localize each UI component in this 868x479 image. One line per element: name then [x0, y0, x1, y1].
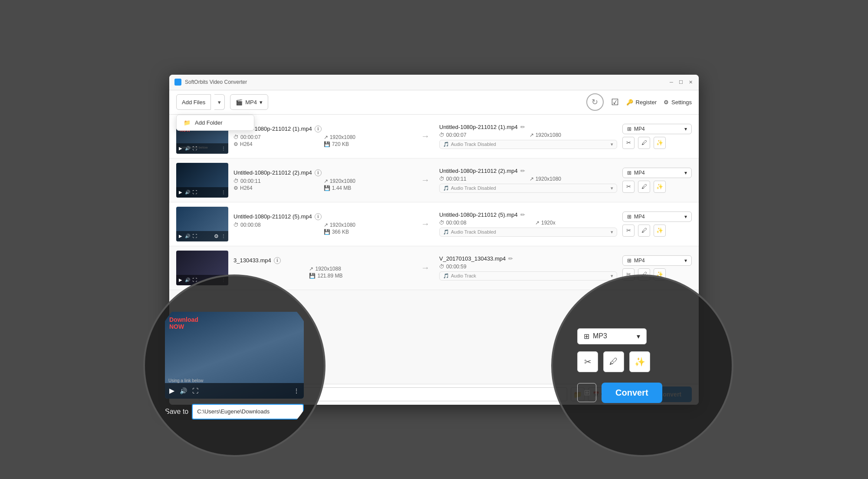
wand-button[interactable]: ✨ [654, 137, 666, 149]
edit-icon[interactable]: ✏ [520, 211, 525, 218]
register-button[interactable]: 🔑 Register [626, 99, 657, 106]
codec-icon: ⚙ [233, 185, 238, 191]
magnified-grid-button[interactable]: ⊞ [577, 383, 596, 402]
format-select-button[interactable]: 🎬 MP4 ▾ [230, 94, 268, 110]
play-icon[interactable]: ▶ [179, 234, 182, 238]
magnified-convert-button[interactable]: Convert [602, 383, 662, 403]
magnified-save-row: Save to [165, 404, 304, 420]
audio-track-select[interactable]: 🎵 Audio Track Disabled ▾ [439, 184, 617, 193]
clock-icon: ⏱ [233, 222, 239, 228]
file-source: Untitled-1080p-211012 (5).mp4 ℹ ⏱00:00:0… [228, 213, 417, 235]
clock-icon: ⏱ [233, 134, 239, 140]
magnified-circle-left: DownloadNOW Using a link below ▶ 🔊 ⛶ ⋮ S… [143, 274, 326, 457]
info-icon[interactable]: ℹ [315, 213, 322, 220]
resolution-icon: ↗ [309, 266, 313, 272]
size-icon: 💾 [324, 185, 330, 191]
audio-icon: 🎵 [443, 185, 449, 191]
info-icon[interactable]: ℹ [315, 126, 322, 132]
add-folder-item[interactable]: 📁 Add Folder [177, 115, 254, 130]
cut-button[interactable]: ✂ [622, 181, 635, 193]
cut-button[interactable]: ✂ [622, 137, 635, 149]
output-format-select[interactable]: ⊞ MP4 ▾ [622, 168, 692, 178]
format-icon: 🎬 [236, 99, 243, 106]
fullscreen-icon: ⛶ [193, 234, 197, 238]
resolution-icon: ↗ [324, 178, 328, 184]
close-button[interactable]: ✕ [687, 79, 694, 85]
size-icon: 💾 [324, 229, 330, 235]
fullscreen-icon: ⛶ [193, 146, 197, 151]
file-actions: ⊞ MP4 ▾ ✂ 🖊 ✨ [622, 211, 692, 237]
app-title: SoftOrbits Video Converter [185, 79, 668, 85]
audio-track-select[interactable]: 🎵 Audio Track ▾ [439, 271, 617, 281]
action-icons: ✂ 🖊 ✨ [622, 137, 692, 149]
settings-button[interactable]: ⚙ Settings [664, 99, 692, 106]
window-controls: ─ ☐ ✕ [668, 79, 694, 85]
minimize-button[interactable]: ─ [668, 79, 674, 85]
toolbar: Add Files ▾ 🎬 MP4 ▾ ↻ ☑ 🔑 Register ⚙ Set… [169, 90, 699, 115]
more-icon[interactable]: ⋮ [221, 234, 226, 238]
source-filename: Untitled-1080p-211012 (5).mp4 [233, 213, 312, 220]
resolution-icon: ↗ [529, 132, 534, 138]
magnified-save-input[interactable] [192, 404, 304, 420]
volume-icon: 🔊 [180, 387, 187, 394]
more-icon[interactable]: ⋮ [293, 387, 299, 394]
toolbar-right: 🔑 Register ⚙ Settings [626, 99, 692, 106]
chevron-down-icon: ▾ [611, 229, 613, 235]
play-icon[interactable]: ▶ [169, 387, 174, 395]
add-files-button[interactable]: Add Files [176, 94, 211, 110]
play-icon[interactable]: ▶ [179, 146, 182, 151]
info-icon[interactable]: ℹ [315, 169, 322, 176]
file-source: Untitled-1080p-211012 (2).mp4 ℹ ⏱00:00:1… [228, 169, 417, 191]
size-icon: 💾 [309, 273, 316, 279]
audio-icon: 🎵 [443, 229, 449, 235]
cut-button[interactable]: ✂ [622, 225, 635, 237]
output-format-select[interactable]: ⊞ MP4 ▾ [622, 255, 692, 266]
edit-icon[interactable]: ✏ [520, 124, 525, 130]
magnified-cut-button[interactable]: ✂ [577, 351, 598, 372]
output-format-select[interactable]: ⊞ MP4 ▾ [622, 124, 692, 134]
edit-icon[interactable]: ✏ [520, 168, 525, 174]
size-icon: 💾 [324, 141, 330, 147]
select-all-button[interactable]: ☑ [607, 94, 623, 110]
fullscreen-icon: ⛶ [193, 277, 197, 282]
wand-button[interactable]: ✨ [654, 181, 666, 193]
edit-icon[interactable]: ✏ [508, 255, 513, 262]
more-icon[interactable]: ⋮ [221, 146, 226, 151]
chevron-down-icon: ▾ [637, 332, 640, 340]
more-icon[interactable]: ⋮ [221, 190, 226, 195]
volume-icon: 🔊 [185, 190, 190, 195]
fullscreen-icon: ⛶ [192, 387, 198, 394]
audio-track-select[interactable]: 🎵 Audio Track Disabled ▾ [439, 140, 617, 149]
source-filename: 3_130433.mp4 [233, 257, 271, 264]
clock-icon: ⏱ [439, 176, 444, 182]
thumbnail: ▶ 🔊 ⛶ ⚙ ⋮ [176, 207, 228, 241]
file-actions: ⊞ MP4 ▾ ✂ 🖊 ✨ [622, 124, 692, 149]
file-dest: V_20170103_130433.mp4 ✏ ⏱00:00:59 🎵 Audi… [434, 255, 622, 281]
magnified-wand-button[interactable]: ✨ [629, 351, 650, 372]
file-dest: Untitled-1080p-211012 (1).mp4 ✏ ⏱00:00:0… [434, 124, 622, 149]
volume-icon: 🔊 [185, 146, 190, 151]
edit-button[interactable]: 🖊 [638, 225, 650, 237]
magnified-format-select[interactable]: ⊞ MP3 ▾ [577, 328, 647, 344]
wand-button[interactable]: ✨ [654, 225, 666, 237]
output-format-select[interactable]: ⊞ MP4 ▾ [622, 211, 692, 222]
maximize-button[interactable]: ☐ [678, 79, 684, 85]
play-icon[interactable]: ▶ [179, 190, 182, 195]
edit-button[interactable]: 🖊 [638, 137, 650, 149]
chevron-down-icon: ▾ [684, 258, 687, 264]
magnified-edit-button[interactable]: 🖊 [603, 351, 624, 372]
resolution-icon: ↗ [529, 176, 534, 182]
clock-icon: ⏱ [439, 220, 444, 226]
folder-icon: 📁 [184, 119, 191, 126]
add-folder-dropdown: 📁 Add Folder [176, 115, 254, 131]
file-source: Untitled-1080p-211012 (1).mp4 ℹ ⏱00:00:0… [228, 126, 417, 147]
play-icon[interactable]: ▶ [179, 277, 182, 282]
arrow-icon: → [417, 131, 434, 141]
audio-track-select[interactable]: 🎵 Audio Track Disabled ▾ [439, 228, 617, 237]
settings-icon[interactable]: ⚙ [214, 233, 219, 239]
refresh-button[interactable]: ↻ [586, 93, 604, 111]
add-files-dropdown-button[interactable]: ▾ [214, 94, 225, 110]
arrow-icon: → [417, 219, 434, 229]
edit-button[interactable]: 🖊 [638, 181, 650, 193]
info-icon[interactable]: ℹ [274, 257, 281, 264]
